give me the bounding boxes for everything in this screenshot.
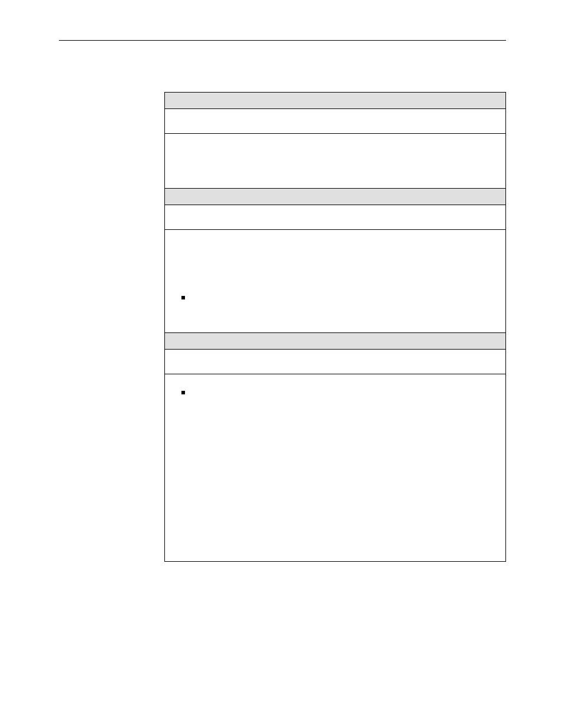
table-cell bbox=[165, 205, 506, 230]
section-header bbox=[165, 189, 506, 205]
table-row bbox=[165, 109, 506, 134]
section-header-cell bbox=[165, 93, 506, 109]
table-row bbox=[165, 205, 506, 230]
table-row bbox=[165, 374, 506, 562]
section-header bbox=[165, 333, 506, 350]
table-row bbox=[165, 350, 506, 374]
table-row bbox=[165, 230, 506, 333]
page-header-rule bbox=[59, 24, 506, 41]
section-header-cell bbox=[165, 333, 506, 350]
section-header bbox=[165, 93, 506, 109]
bullet-icon bbox=[181, 391, 185, 394]
content-table-wrapper bbox=[164, 92, 506, 562]
bullet-icon bbox=[181, 296, 185, 299]
table-cell bbox=[165, 109, 506, 134]
section-header-cell bbox=[165, 189, 506, 205]
table-cell bbox=[165, 350, 506, 374]
table-cell bbox=[165, 134, 506, 189]
table-cell bbox=[165, 374, 506, 562]
table-cell bbox=[165, 230, 506, 333]
table-row bbox=[165, 134, 506, 189]
content-table bbox=[164, 92, 506, 562]
